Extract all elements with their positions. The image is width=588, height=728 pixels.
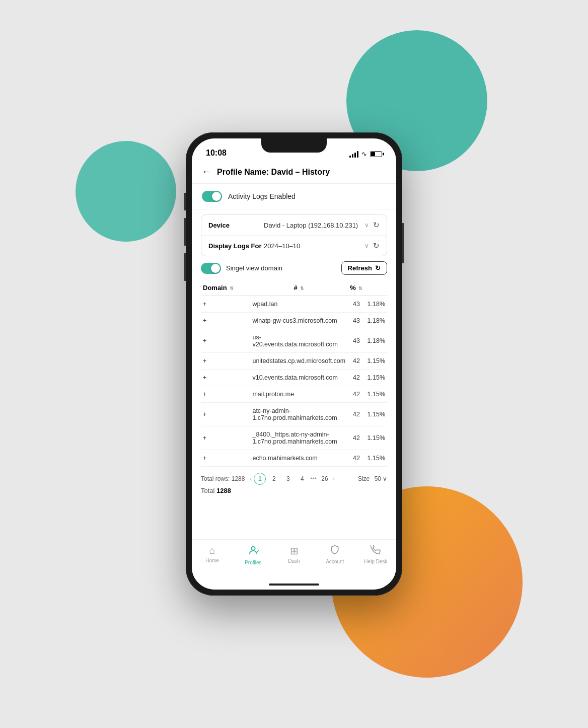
domain-header-row: Singel view domain Refresh ↻ [201, 261, 387, 275]
row-count: 43 [347, 296, 365, 313]
device-selector-row: Device David - Laptop (192.168.10.231) ∨… [201, 215, 387, 236]
row-plus-icon[interactable]: + [201, 296, 250, 313]
activity-logs-label: Activity Logs Enabled [228, 192, 296, 200]
refresh-button[interactable]: Refresh ↻ [341, 261, 387, 275]
row-plus-icon[interactable]: + [201, 426, 250, 450]
nav-helpdesk-label: Help Desk [364, 559, 387, 564]
nav-account[interactable]: Account [315, 545, 355, 564]
total-row: Total 1288 [201, 485, 387, 496]
row-plus-icon[interactable]: + [201, 353, 250, 370]
device-value: David - Laptop (192.168.10.231) [264, 222, 364, 229]
size-chevron-icon: ∨ [383, 475, 387, 482]
home-indicator [192, 579, 396, 590]
refresh-icon: ↻ [375, 264, 381, 272]
page-1-button[interactable]: 1 [254, 473, 266, 485]
side-button-left-mid2 [184, 253, 186, 281]
page-4-button[interactable]: 4 [296, 473, 308, 485]
nav-home-label: Home [205, 558, 219, 563]
profiles-icon [248, 545, 259, 558]
main-content: ← Profile Name: David – History Activity… [192, 161, 396, 539]
activity-logs-toggle[interactable] [202, 191, 222, 202]
bottom-nav: ⌂ Home Profiles ⊞ Dash [192, 539, 396, 579]
table-row: + echo.mahimarkets.com 42 1.15% [201, 450, 387, 467]
next-page-button[interactable]: › [333, 475, 335, 482]
col-header-percent: % ⇅ [347, 280, 365, 296]
nav-account-label: Account [326, 559, 344, 564]
domain-toggle-group: Singel view domain [201, 263, 282, 274]
pagination-row: Total rows: 1288 ‹ 1 2 3 4 ••• 26 › Size… [201, 473, 387, 485]
row-plus-icon[interactable]: + [201, 450, 250, 467]
row-plus-icon[interactable]: + [201, 313, 250, 329]
row-percent: 1.18% [365, 329, 387, 353]
row-plus-icon[interactable]: + [201, 370, 250, 386]
bg-circle-teal-left [76, 141, 176, 242]
nav-dash[interactable]: ⊞ Dash [273, 545, 314, 564]
row-percent: 1.15% [365, 403, 387, 426]
row-count: 42 [347, 403, 365, 426]
table-header-row: Domain ⇅ # ⇅ % ⇅ [201, 280, 387, 296]
count-sort-icon[interactable]: ⇅ [300, 286, 304, 291]
phone-shell: 10:08 ∿ ← Profile Name: David – History [186, 132, 402, 596]
domain-sort-icon[interactable]: ⇅ [230, 286, 234, 291]
page-2-button[interactable]: 2 [268, 473, 280, 485]
phone-notch [261, 138, 327, 153]
page-3-button[interactable]: 3 [282, 473, 294, 485]
page-last-button[interactable]: 26 [319, 473, 331, 485]
row-domain: wpad.lan [250, 296, 347, 313]
domain-toggle[interactable] [201, 263, 221, 274]
domain-table: Domain ⇅ # ⇅ % ⇅ [201, 280, 387, 467]
row-percent: 1.18% [365, 296, 387, 313]
row-percent: 1.15% [365, 353, 387, 370]
row-count: 42 [347, 353, 365, 370]
page-title: Profile Name: David – History [217, 168, 330, 177]
logs-for-value: 2024–10–10 [264, 242, 364, 250]
table-row: + _8400._https.atc-ny-admin-1.c7no.prod.… [201, 426, 387, 450]
logs-for-label: Display Logs For [208, 242, 264, 250]
logs-refresh-button[interactable]: ↻ [373, 241, 380, 250]
size-selector[interactable]: Size 50 ∨ [358, 475, 387, 482]
row-domain: winatp-gw-cus3.microsoft.com [250, 313, 347, 329]
page-header: ← Profile Name: David – History [192, 161, 396, 184]
row-count: 43 [347, 313, 365, 329]
phone-screen: 10:08 ∿ ← Profile Name: David – History [192, 138, 396, 590]
device-refresh-button[interactable]: ↻ [373, 221, 380, 230]
row-percent: 1.15% [365, 426, 387, 450]
prev-page-button[interactable]: ‹ [250, 475, 252, 482]
percent-sort-icon[interactable]: ⇅ [358, 286, 362, 291]
dash-icon: ⊞ [290, 545, 299, 557]
row-percent: 1.15% [365, 450, 387, 467]
side-button-left-mid1 [184, 218, 186, 246]
table-row: + atc-ny-admin-1.c7no.prod.mahimarkets.c… [201, 403, 387, 426]
side-button-left-top [184, 193, 186, 210]
row-domain: us-v20.events.data.microsoft.com [250, 329, 347, 353]
battery-icon [370, 151, 382, 157]
nav-helpdesk[interactable]: Help Desk [355, 545, 396, 564]
row-count: 43 [347, 329, 365, 353]
status-time: 10:08 [206, 149, 227, 158]
row-plus-icon[interactable]: + [201, 403, 250, 426]
nav-home[interactable]: ⌂ Home [192, 545, 233, 563]
row-domain: unitedstates.cp.wd.microsoft.com [250, 353, 347, 370]
row-domain: echo.mahimarkets.com [250, 450, 347, 467]
table-row: + v10.events.data.microsoft.com 42 1.15% [201, 370, 387, 386]
row-plus-icon[interactable]: + [201, 329, 250, 353]
row-count: 42 [347, 426, 365, 450]
row-count: 42 [347, 370, 365, 386]
back-button[interactable]: ← [202, 167, 211, 177]
logs-chevron-icon: ∨ [364, 242, 369, 249]
row-plus-icon[interactable]: + [201, 386, 250, 403]
home-icon: ⌂ [209, 545, 215, 556]
nav-dash-label: Dash [288, 558, 300, 564]
domain-section: Singel view domain Refresh ↻ Domain ⇅ [201, 261, 387, 467]
page-dots: ••• [310, 475, 317, 482]
side-button-right [402, 223, 404, 263]
selector-box: Device David - Laptop (192.168.10.231) ∨… [201, 214, 387, 256]
nav-profiles[interactable]: Profiles [233, 545, 273, 565]
signal-icon [349, 151, 358, 158]
account-icon [330, 545, 340, 557]
device-chevron-icon: ∨ [364, 222, 369, 229]
domain-toggle-label: Singel view domain [226, 264, 282, 272]
status-icons: ∿ [349, 150, 382, 158]
row-count: 42 [347, 386, 365, 403]
row-percent: 1.18% [365, 313, 387, 329]
